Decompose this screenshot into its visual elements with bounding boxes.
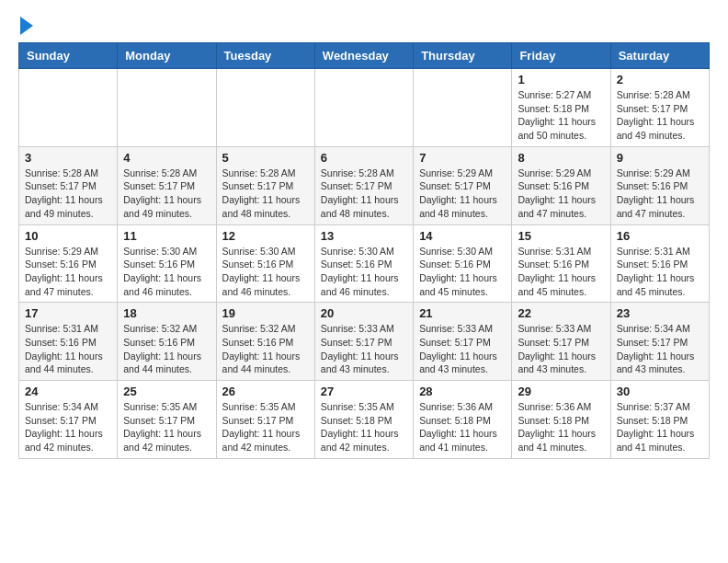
day-number: 23 <box>617 306 703 320</box>
day-info: Sunrise: 5:30 AMSunset: 5:16 PMDaylight:… <box>123 245 210 299</box>
calendar-cell: 4Sunrise: 5:28 AMSunset: 5:17 PMDaylight… <box>118 146 216 224</box>
calendar-week-row: 24Sunrise: 5:34 AMSunset: 5:17 PMDayligh… <box>19 381 710 459</box>
day-info: Sunrise: 5:30 AMSunset: 5:16 PMDaylight:… <box>222 245 309 299</box>
calendar-week-row: 1Sunrise: 5:27 AMSunset: 5:18 PMDaylight… <box>19 69 710 147</box>
calendar-cell <box>118 69 216 147</box>
calendar-cell: 12Sunrise: 5:30 AMSunset: 5:16 PMDayligh… <box>216 224 314 303</box>
day-number: 24 <box>25 385 111 398</box>
calendar-cell: 6Sunrise: 5:28 AMSunset: 5:17 PMDaylight… <box>314 146 413 224</box>
header <box>18 15 710 35</box>
day-number: 28 <box>419 385 506 398</box>
calendar-cell: 17Sunrise: 5:31 AMSunset: 5:16 PMDayligh… <box>19 303 118 381</box>
day-number: 14 <box>419 229 506 243</box>
calendar-body: 1Sunrise: 5:27 AMSunset: 5:18 PMDaylight… <box>19 69 710 459</box>
day-info: Sunrise: 5:35 AMSunset: 5:17 PMDaylight:… <box>222 400 309 454</box>
day-number: 11 <box>123 229 210 243</box>
day-number: 8 <box>518 151 604 165</box>
day-info: Sunrise: 5:28 AMSunset: 5:17 PMDaylight:… <box>321 167 407 221</box>
weekday-header: Thursday <box>414 43 512 69</box>
day-info: Sunrise: 5:31 AMSunset: 5:16 PMDaylight:… <box>518 245 604 299</box>
day-number: 3 <box>25 151 111 165</box>
day-info: Sunrise: 5:28 AMSunset: 5:17 PMDaylight:… <box>25 167 111 221</box>
day-info: Sunrise: 5:36 AMSunset: 5:18 PMDaylight:… <box>419 400 506 454</box>
calendar-week-row: 3Sunrise: 5:28 AMSunset: 5:17 PMDaylight… <box>19 146 710 224</box>
day-number: 17 <box>25 306 111 320</box>
calendar-cell: 7Sunrise: 5:29 AMSunset: 5:17 PMDaylight… <box>414 146 512 224</box>
calendar-cell: 18Sunrise: 5:32 AMSunset: 5:16 PMDayligh… <box>118 303 216 381</box>
calendar-cell: 15Sunrise: 5:31 AMSunset: 5:16 PMDayligh… <box>512 224 610 303</box>
calendar: SundayMondayTuesdayWednesdayThursdayFrid… <box>18 42 710 459</box>
calendar-cell: 9Sunrise: 5:29 AMSunset: 5:16 PMDaylight… <box>610 146 709 224</box>
weekday-header: Wednesday <box>314 43 413 69</box>
day-info: Sunrise: 5:30 AMSunset: 5:16 PMDaylight:… <box>321 245 407 299</box>
day-number: 7 <box>419 151 506 165</box>
day-number: 2 <box>617 73 703 86</box>
calendar-cell <box>414 69 512 147</box>
day-info: Sunrise: 5:28 AMSunset: 5:17 PMDaylight:… <box>222 167 309 221</box>
calendar-cell <box>19 69 118 147</box>
day-number: 21 <box>419 306 506 320</box>
calendar-cell: 16Sunrise: 5:31 AMSunset: 5:16 PMDayligh… <box>610 224 709 303</box>
day-number: 20 <box>321 306 407 320</box>
weekday-header: Friday <box>512 43 610 69</box>
calendar-header: SundayMondayTuesdayWednesdayThursdayFrid… <box>19 43 710 69</box>
day-info: Sunrise: 5:32 AMSunset: 5:16 PMDaylight:… <box>123 322 210 376</box>
calendar-cell: 5Sunrise: 5:28 AMSunset: 5:17 PMDaylight… <box>216 146 314 224</box>
day-number: 27 <box>321 385 407 398</box>
day-number: 26 <box>222 385 309 398</box>
calendar-cell: 1Sunrise: 5:27 AMSunset: 5:18 PMDaylight… <box>512 69 610 147</box>
day-number: 6 <box>321 151 407 165</box>
day-number: 25 <box>123 385 210 398</box>
day-number: 18 <box>123 306 210 320</box>
day-info: Sunrise: 5:31 AMSunset: 5:16 PMDaylight:… <box>617 245 703 299</box>
calendar-cell: 27Sunrise: 5:35 AMSunset: 5:18 PMDayligh… <box>314 381 413 459</box>
calendar-cell: 23Sunrise: 5:34 AMSunset: 5:17 PMDayligh… <box>610 303 709 381</box>
day-info: Sunrise: 5:34 AMSunset: 5:17 PMDaylight:… <box>25 400 111 454</box>
day-info: Sunrise: 5:27 AMSunset: 5:18 PMDaylight:… <box>518 88 604 143</box>
weekday-header: Tuesday <box>216 43 314 69</box>
day-info: Sunrise: 5:34 AMSunset: 5:17 PMDaylight:… <box>617 322 703 376</box>
day-info: Sunrise: 5:31 AMSunset: 5:16 PMDaylight:… <box>25 322 111 376</box>
day-info: Sunrise: 5:35 AMSunset: 5:18 PMDaylight:… <box>321 400 407 454</box>
weekday-header: Sunday <box>19 43 118 69</box>
calendar-cell <box>216 69 314 147</box>
day-number: 15 <box>518 229 604 243</box>
day-info: Sunrise: 5:28 AMSunset: 5:17 PMDaylight:… <box>123 167 210 221</box>
day-number: 12 <box>222 229 309 243</box>
calendar-cell: 3Sunrise: 5:28 AMSunset: 5:17 PMDaylight… <box>19 146 118 224</box>
day-info: Sunrise: 5:37 AMSunset: 5:18 PMDaylight:… <box>617 400 703 454</box>
calendar-cell: 20Sunrise: 5:33 AMSunset: 5:17 PMDayligh… <box>314 303 413 381</box>
day-number: 9 <box>617 151 703 165</box>
day-info: Sunrise: 5:32 AMSunset: 5:16 PMDaylight:… <box>222 322 309 376</box>
calendar-cell: 24Sunrise: 5:34 AMSunset: 5:17 PMDayligh… <box>19 381 118 459</box>
day-number: 16 <box>617 229 703 243</box>
day-number: 19 <box>222 306 309 320</box>
page: SundayMondayTuesdayWednesdayThursdayFrid… <box>0 0 728 474</box>
day-info: Sunrise: 5:36 AMSunset: 5:18 PMDaylight:… <box>518 400 604 454</box>
day-number: 1 <box>518 73 604 86</box>
calendar-cell: 28Sunrise: 5:36 AMSunset: 5:18 PMDayligh… <box>414 381 512 459</box>
calendar-cell: 19Sunrise: 5:32 AMSunset: 5:16 PMDayligh… <box>216 303 314 381</box>
calendar-cell: 25Sunrise: 5:35 AMSunset: 5:17 PMDayligh… <box>118 381 216 459</box>
day-number: 10 <box>25 229 111 243</box>
day-number: 4 <box>123 151 210 165</box>
calendar-cell: 10Sunrise: 5:29 AMSunset: 5:16 PMDayligh… <box>19 224 118 303</box>
day-info: Sunrise: 5:35 AMSunset: 5:17 PMDaylight:… <box>123 400 210 454</box>
day-info: Sunrise: 5:29 AMSunset: 5:17 PMDaylight:… <box>419 167 506 221</box>
logo-arrow-icon <box>20 17 33 35</box>
calendar-cell: 8Sunrise: 5:29 AMSunset: 5:16 PMDaylight… <box>512 146 610 224</box>
calendar-cell: 30Sunrise: 5:37 AMSunset: 5:18 PMDayligh… <box>610 381 709 459</box>
day-info: Sunrise: 5:33 AMSunset: 5:17 PMDaylight:… <box>419 322 506 376</box>
day-number: 13 <box>321 229 407 243</box>
calendar-cell: 14Sunrise: 5:30 AMSunset: 5:16 PMDayligh… <box>414 224 512 303</box>
day-info: Sunrise: 5:28 AMSunset: 5:17 PMDaylight:… <box>617 88 703 143</box>
calendar-week-row: 10Sunrise: 5:29 AMSunset: 5:16 PMDayligh… <box>19 224 710 303</box>
calendar-cell: 29Sunrise: 5:36 AMSunset: 5:18 PMDayligh… <box>512 381 610 459</box>
day-info: Sunrise: 5:29 AMSunset: 5:16 PMDaylight:… <box>25 245 111 299</box>
day-info: Sunrise: 5:29 AMSunset: 5:16 PMDaylight:… <box>518 167 604 221</box>
weekday-header: Monday <box>118 43 216 69</box>
day-info: Sunrise: 5:33 AMSunset: 5:17 PMDaylight:… <box>518 322 604 376</box>
calendar-cell: 2Sunrise: 5:28 AMSunset: 5:17 PMDaylight… <box>610 69 709 147</box>
weekday-header: Saturday <box>610 43 709 69</box>
day-info: Sunrise: 5:33 AMSunset: 5:17 PMDaylight:… <box>321 322 407 376</box>
